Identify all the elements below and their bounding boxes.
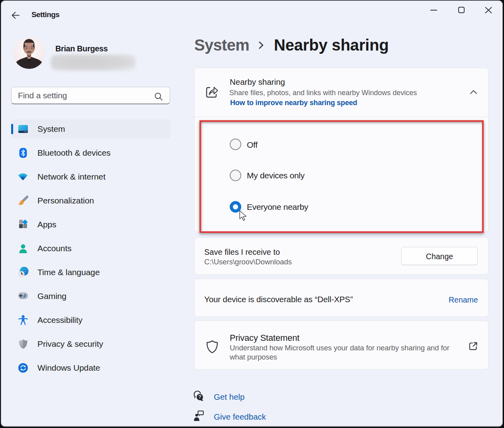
- svg-text:?: ?: [198, 394, 201, 400]
